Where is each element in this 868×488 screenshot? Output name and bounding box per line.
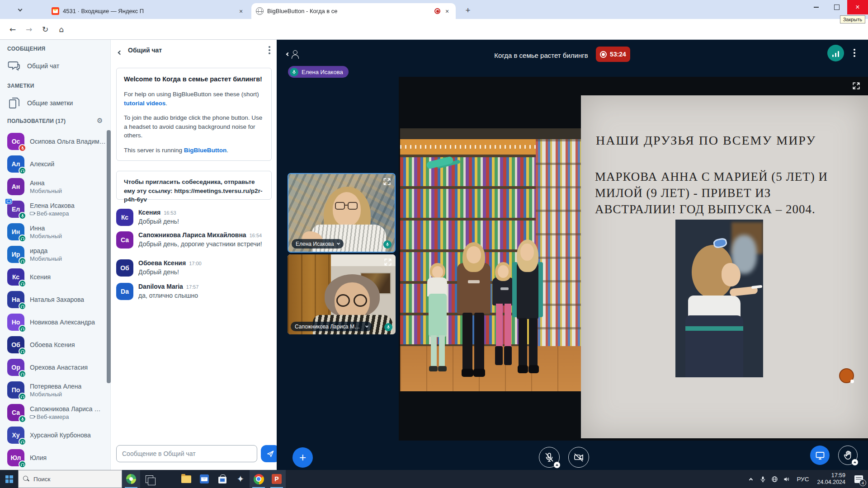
screenshare-chip-icon (5, 198, 12, 204)
chat-back-button[interactable] (118, 48, 122, 56)
sidebar-item-shared-notes[interactable]: Общие заметки (0, 95, 111, 111)
user-avatar: Ху (7, 427, 24, 444)
message-author: Обоева Ксения (138, 259, 186, 267)
listen-only-badge-icon (19, 370, 26, 378)
tab-search-button[interactable] (15, 5, 24, 14)
tray-volume-icon[interactable] (780, 470, 792, 488)
webcam-tile-sapozhnikova[interactable]: Сапожникова Лариса Миха... (288, 254, 396, 334)
actions-plus-button[interactable] (292, 447, 313, 468)
message-time: 17:57 (186, 284, 199, 290)
webcam-tile-elena[interactable]: Елена Исакова (288, 173, 396, 253)
user-list-item[interactable]: ОбОбоева Ксения (0, 333, 107, 356)
user-list-item[interactable]: КсКсения (0, 266, 107, 288)
taskbar-app-powerpoint[interactable] (268, 470, 286, 488)
chat-input-row (116, 445, 274, 462)
user-list-item[interactable]: АнАннаМобильный (0, 175, 107, 198)
webcam-name-dropdown[interactable]: Елена Исакова (292, 239, 344, 249)
tray-mic-icon[interactable] (757, 470, 769, 488)
user-list-item[interactable]: СаСапожникова Лариса МихайловнаВеб-камер… (0, 401, 107, 424)
language-indicator[interactable]: РУС (792, 476, 813, 483)
webcam-mini-icon (30, 212, 34, 215)
taskbar-clock[interactable]: 17:59 24.04.2024 (813, 472, 849, 486)
mute-toggle-button[interactable] (539, 447, 560, 468)
window-maximize-button[interactable] (826, 0, 847, 14)
meeting-options-icon[interactable] (854, 49, 855, 57)
user-list-item[interactable]: ПоПотеряева АленаМобильный (0, 379, 107, 401)
webcam-name-dropdown[interactable]: Сапожникова Лариса Миха... (291, 322, 372, 331)
hand-options-chevron-icon[interactable] (852, 459, 858, 465)
browser-tab-yandex-mail[interactable]: 4531 · Входящие — Яндекс П (47, 3, 250, 19)
listen-only-badge-icon (19, 325, 26, 333)
webcam-fullscreen-icon[interactable] (383, 258, 392, 267)
presentation-fullscreen-icon[interactable] (852, 81, 861, 90)
tab-close-icon[interactable] (237, 7, 245, 15)
bigbluebutton-link[interactable]: BigBlueButton (184, 147, 226, 154)
user-avatar: Ин (7, 223, 24, 240)
user-list-item[interactable]: ХуХурсаной Курбонова (0, 424, 107, 446)
tray-network-globe-icon[interactable] (769, 470, 780, 488)
user-name: Наталья Захарова (30, 296, 84, 303)
raise-hand-button[interactable] (838, 446, 858, 465)
new-tab-button[interactable] (462, 5, 474, 16)
user-avatar: Юл (7, 449, 24, 466)
chat-options-icon[interactable] (269, 46, 270, 54)
taskbar-app-star[interactable] (231, 470, 250, 488)
tray-expand-chevron-icon[interactable] (745, 470, 757, 488)
home-button[interactable]: ⌂ (55, 23, 68, 36)
taskbar-app-store[interactable] (213, 470, 231, 488)
sidebar-item-public-chat[interactable]: Общий чат (0, 58, 111, 74)
task-view-button[interactable] (140, 470, 158, 488)
user-list-item[interactable]: ИрирадаМобильный (0, 243, 107, 266)
sidebar-item-label: Общий чат (27, 62, 59, 70)
message-avatar: Об (116, 259, 133, 277)
user-list-item[interactable]: ОрОрехова Анастасия (0, 356, 107, 379)
reload-button[interactable]: ↻ (39, 23, 52, 36)
window-minimize-button[interactable] (806, 0, 826, 14)
user-status: Мобильный (30, 188, 62, 194)
webcam-toggle-button[interactable] (568, 447, 589, 468)
talking-indicator[interactable]: Елена Исакова (288, 66, 349, 78)
users-panel-toggle[interactable] (287, 50, 300, 59)
user-list-item[interactable]: ЮлЮлия (0, 446, 107, 469)
message-avatar: Са (116, 231, 133, 249)
user-name: Потеряева Алена (30, 383, 81, 390)
audio-options-chevron-icon[interactable] (554, 462, 560, 468)
window-close-button[interactable] (847, 0, 868, 14)
taskbar-app-chrome[interactable] (250, 470, 268, 488)
notification-center-button[interactable]: 4 (849, 470, 868, 488)
start-button[interactable] (0, 470, 18, 488)
recording-indicator[interactable]: 53:24 (596, 47, 630, 62)
taskbar-search-box[interactable]: Поиск (18, 470, 122, 488)
chat-message: СаСапожникова Лариса Михайловна16:54Добр… (116, 231, 274, 249)
chat-message-input[interactable] (116, 445, 257, 462)
muted-mic-badge-icon (19, 144, 26, 152)
connection-status-button[interactable] (827, 45, 844, 61)
tab-close-icon[interactable] (443, 7, 451, 15)
forward-button[interactable]: → (23, 23, 35, 36)
user-list-item[interactable]: ОсОсипова Ольга Владимиров... (Вы) (0, 130, 107, 153)
listen-only-badge-icon (19, 167, 26, 174)
tutorial-videos-link[interactable]: tutorial videos (124, 100, 165, 107)
user-list-item[interactable]: ИнИннаМобильный (0, 221, 107, 243)
back-button[interactable]: ← (6, 23, 19, 36)
taskbar-app-file-explorer[interactable] (177, 470, 195, 488)
listen-only-badge-icon (19, 393, 26, 400)
manage-users-gear-icon[interactable] (97, 117, 103, 125)
clock-time: 17:59 (817, 472, 845, 479)
browser-tab-bigbluebutton[interactable]: BigBlueButton - Когда в се (251, 3, 456, 19)
system-tray: РУС 17:59 24.04.2024 4 (745, 470, 868, 488)
webcam-fullscreen-icon[interactable] (382, 177, 392, 186)
user-list-item[interactable]: НаНаталья Захарова (0, 288, 107, 311)
taskbar-app-pinwheel[interactable] (122, 470, 140, 488)
user-avatar: Кс (7, 268, 24, 286)
user-list-scrollbar[interactable] (107, 130, 111, 383)
taskbar-app-mail[interactable] (195, 470, 213, 488)
user-avatar: Ор (7, 359, 24, 376)
slide-photo-bookstore (400, 128, 581, 391)
user-list-item[interactable]: ЕлЕлена ИсаковаВеб-камера (0, 198, 107, 221)
user-list-item[interactable]: АлАлексий (0, 153, 107, 175)
user-name: Орехова Анастасия (30, 364, 88, 371)
screenshare-button[interactable] (810, 446, 830, 465)
user-list-item[interactable]: НоНовикова Александра (0, 311, 107, 333)
chevron-down-icon (18, 7, 22, 12)
